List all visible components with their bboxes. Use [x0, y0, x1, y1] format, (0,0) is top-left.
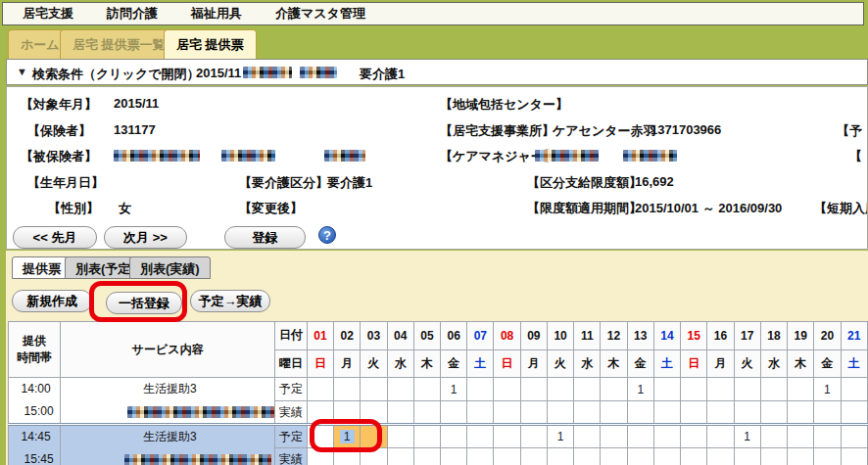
actual-cell-day-06[interactable]: [441, 401, 467, 425]
plan-to-actual-button[interactable]: 予定→実績: [190, 290, 270, 312]
actual-cell-day-15[interactable]: [681, 448, 707, 465]
actual-cell-day-10[interactable]: [547, 401, 573, 425]
sub-tab-2[interactable]: 別表(実績): [129, 256, 211, 279]
main-tab-1[interactable]: 居宅 提供票一覧: [60, 29, 178, 59]
plan-cell-day-10[interactable]: 1: [547, 425, 573, 448]
plan-cell-day-03[interactable]: [361, 378, 387, 401]
new-button[interactable]: 新規作成: [12, 290, 92, 312]
actual-cell-day-18[interactable]: [760, 401, 787, 425]
actual-cell-day-16[interactable]: [707, 401, 734, 425]
plan-cell-day-05[interactable]: [413, 425, 440, 448]
actual-cell-day-17[interactable]: [734, 401, 760, 425]
actual-cell-day-01[interactable]: [307, 448, 333, 465]
actual-cell-day-13[interactable]: [627, 448, 653, 465]
actual-cell-day-19[interactable]: [788, 448, 814, 465]
plan-cell-day-02[interactable]: [334, 378, 361, 401]
search-toggle-label[interactable]: 検索条件（クリックで開閉）: [32, 66, 200, 83]
actual-cell-day-21[interactable]: [841, 401, 868, 425]
plan-cell-day-21[interactable]: [841, 378, 868, 401]
plan-cell-day-07[interactable]: [467, 425, 494, 448]
plan-cell-day-18[interactable]: [760, 425, 787, 448]
plan-cell-day-02[interactable]: 1: [334, 425, 361, 448]
register-button[interactable]: 登録: [224, 226, 306, 249]
actual-cell-day-06[interactable]: [441, 448, 467, 465]
actual-cell-day-11[interactable]: [574, 448, 601, 465]
sub-tab-0[interactable]: 提供票: [12, 256, 72, 279]
plan-cell-day-09[interactable]: [520, 425, 547, 448]
menu-item-2[interactable]: 福祉用具: [191, 5, 242, 23]
plan-cell-day-18[interactable]: [760, 378, 787, 401]
actual-cell-day-08[interactable]: [494, 448, 520, 465]
actual-cell-day-20[interactable]: [814, 448, 841, 465]
actual-cell-day-11[interactable]: [574, 401, 601, 425]
actual-cell-day-15[interactable]: [681, 401, 707, 425]
actual-cell-day-09[interactable]: [520, 448, 547, 465]
actual-cell-day-09[interactable]: [520, 401, 547, 425]
plan-cell-day-09[interactable]: [520, 378, 547, 401]
plan-cell-day-20[interactable]: [814, 425, 841, 448]
plan-cell-day-15[interactable]: [681, 378, 707, 401]
plan-cell-day-11[interactable]: [574, 378, 601, 401]
prev-month-button[interactable]: << 先月: [13, 226, 97, 249]
plan-cell-day-03[interactable]: [361, 425, 387, 448]
plan-cell-day-14[interactable]: [653, 425, 680, 448]
plan-cell-day-16[interactable]: [707, 378, 734, 401]
actual-cell-day-07[interactable]: [467, 401, 494, 425]
cell-time[interactable]: 14:4515:45: [9, 425, 61, 465]
plan-cell-day-17[interactable]: [734, 378, 760, 401]
actual-cell-day-14[interactable]: [653, 401, 680, 425]
plan-cell-day-04[interactable]: [387, 378, 413, 401]
actual-cell-day-03[interactable]: [361, 401, 387, 425]
actual-cell-day-21[interactable]: [841, 448, 868, 465]
plan-cell-day-01[interactable]: [307, 425, 333, 448]
actual-cell-day-04[interactable]: [387, 448, 413, 465]
bulk-register-button[interactable]: 一括登録: [106, 292, 182, 314]
actual-cell-day-03[interactable]: [361, 448, 387, 465]
main-tab-2[interactable]: 居宅 提供票: [164, 29, 257, 59]
plan-cell-day-06[interactable]: [441, 425, 467, 448]
plan-cell-day-12[interactable]: [601, 425, 627, 448]
plan-cell-day-20[interactable]: 1: [814, 378, 841, 401]
actual-cell-day-12[interactable]: [601, 401, 627, 425]
plan-cell-day-01[interactable]: [307, 378, 333, 401]
plan-cell-day-07[interactable]: [467, 378, 494, 401]
actual-cell-day-02[interactable]: [334, 448, 361, 465]
search-condition-bar[interactable]: ▼ 検索条件（クリックで開閉） 2015/11 要介護1: [6, 59, 868, 85]
plan-cell-day-04[interactable]: [387, 425, 413, 448]
plan-cell-day-19[interactable]: [788, 425, 814, 448]
plan-cell-day-11[interactable]: [574, 425, 601, 448]
actual-cell-day-13[interactable]: [627, 401, 653, 425]
actual-cell-day-14[interactable]: [653, 448, 680, 465]
help-icon[interactable]: ?: [318, 226, 336, 244]
plan-cell-day-17[interactable]: 1: [734, 425, 760, 448]
plan-cell-day-06[interactable]: 1: [441, 378, 467, 401]
cell-service[interactable]: 生活援助3: [61, 378, 275, 425]
plan-cell-day-13[interactable]: 1: [627, 378, 653, 401]
menu-item-1[interactable]: 訪問介護: [107, 5, 158, 23]
menu-item-0[interactable]: 居宅支援: [23, 5, 73, 23]
plan-cell-day-21[interactable]: [841, 425, 868, 448]
actual-cell-day-17[interactable]: [734, 448, 760, 465]
actual-cell-day-19[interactable]: [788, 401, 814, 425]
plan-cell-day-14[interactable]: [653, 378, 680, 401]
actual-cell-day-05[interactable]: [413, 401, 440, 425]
actual-cell-day-10[interactable]: [547, 448, 573, 465]
next-month-button[interactable]: 次月 >>: [104, 226, 187, 249]
actual-cell-day-20[interactable]: [814, 401, 841, 425]
plan-cell-day-10[interactable]: [547, 378, 573, 401]
plan-cell-day-08[interactable]: [494, 425, 520, 448]
cell-time[interactable]: 14:0015:00: [9, 378, 61, 425]
actual-cell-day-01[interactable]: [307, 401, 333, 425]
actual-cell-day-16[interactable]: [707, 448, 734, 465]
actual-cell-day-08[interactable]: [494, 401, 520, 425]
plan-cell-day-13[interactable]: [627, 425, 653, 448]
plan-cell-day-16[interactable]: [707, 425, 734, 448]
plan-cell-day-15[interactable]: [681, 425, 707, 448]
plan-cell-day-05[interactable]: [413, 378, 440, 401]
actual-cell-day-02[interactable]: [334, 401, 361, 425]
actual-cell-day-12[interactable]: [601, 448, 627, 465]
actual-cell-day-18[interactable]: [760, 448, 787, 465]
plan-cell-day-19[interactable]: [788, 378, 814, 401]
actual-cell-day-05[interactable]: [413, 448, 440, 465]
plan-cell-day-08[interactable]: [494, 378, 520, 401]
